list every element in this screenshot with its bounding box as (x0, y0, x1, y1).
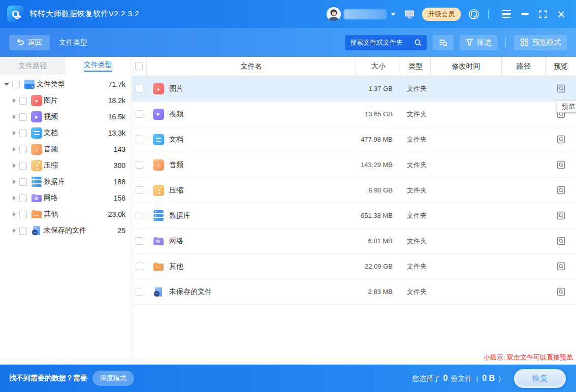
preview-button[interactable] (546, 262, 576, 271)
checkbox[interactable] (136, 85, 143, 92)
checkbox[interactable] (136, 263, 143, 270)
document-icon (31, 127, 42, 139)
checkbox[interactable] (19, 178, 27, 186)
checkbox[interactable] (19, 227, 27, 235)
file-name: 其他 (169, 262, 183, 271)
monitor-icon[interactable] (404, 9, 415, 19)
tree-item-documents[interactable]: 文档 13.3k (0, 125, 131, 141)
expand-arrow-icon[interactable] (13, 163, 16, 168)
preview-button[interactable] (546, 237, 576, 245)
collapse-arrow-icon[interactable] (4, 83, 9, 86)
expand-arrow-icon[interactable] (13, 147, 16, 152)
preview-button[interactable] (546, 135, 576, 144)
selection-prefix: 您选择了 (412, 374, 440, 382)
expand-arrow-icon[interactable] (13, 195, 16, 201)
network-icon: ⊕ (153, 236, 164, 247)
preview-mode-button[interactable]: 预览模式 (514, 35, 567, 50)
title-bar: Q 转转大师数据恢复软件V2.2.3.2 (0, 0, 576, 28)
table-row[interactable]: …其他22.09 GB文件夹 (132, 254, 576, 279)
preview-icon (557, 186, 565, 194)
tree-item-unsaved[interactable]: − 未保存的文件 25 (0, 222, 131, 239)
image-icon: ▲ (31, 95, 42, 106)
expand-arrow-icon[interactable] (13, 114, 16, 119)
deep-mode-button[interactable]: 深度模式 (92, 371, 134, 386)
preview-button[interactable] (546, 211, 576, 220)
preview-button[interactable] (546, 186, 576, 194)
checkbox[interactable] (19, 97, 27, 105)
header-size[interactable]: 大小 (356, 57, 401, 76)
checkbox[interactable] (19, 113, 27, 121)
close-button[interactable] (554, 7, 569, 22)
checkbox[interactable] (19, 211, 27, 218)
maximize-button[interactable] (535, 7, 551, 22)
user-caret-icon[interactable] (391, 13, 396, 16)
table-row[interactable]: 数据库651.38 MB文件夹 (132, 203, 576, 228)
checkbox[interactable] (136, 161, 143, 169)
search-box[interactable] (345, 35, 427, 50)
checkbox[interactable] (136, 288, 143, 296)
tab-file-path[interactable]: 文件路径 (0, 57, 66, 75)
menu-button[interactable] (499, 7, 514, 22)
tree-root[interactable]: 文件类型 71.7k (0, 76, 131, 92)
recover-button[interactable]: 恢复 (514, 369, 566, 388)
titlebar-right-group: 升级会员 (327, 7, 569, 22)
preview-button[interactable] (546, 84, 576, 93)
video-icon: ▶ (31, 111, 42, 122)
file-name: 压缩 (169, 186, 183, 195)
audio-icon: ♪ (31, 144, 42, 155)
search-icon[interactable] (414, 39, 422, 47)
filter-button[interactable]: 筛选 (460, 35, 497, 50)
checkbox[interactable] (136, 136, 143, 143)
expand-arrow-icon[interactable] (13, 228, 16, 233)
checkbox[interactable] (19, 194, 27, 202)
table-row[interactable]: ⊕网络6.81 MB文件夹 (132, 228, 576, 254)
expand-arrow-icon[interactable] (13, 98, 16, 103)
app-logo-icon: Q (7, 6, 24, 22)
checkbox[interactable] (136, 110, 143, 118)
table-row[interactable]: 压缩8.90 GB文件夹 (132, 178, 576, 203)
back-button[interactable]: 返回 (9, 35, 50, 50)
checkbox[interactable] (136, 212, 143, 219)
table-row[interactable]: ▶视频13.65 GB文件夹 (132, 102, 576, 127)
table-row[interactable]: ▲图片1.37 GB文件夹 (132, 76, 576, 102)
header-preview[interactable]: 预览 (546, 57, 576, 76)
header-mtime[interactable]: 修改时间 (431, 57, 502, 76)
expand-arrow-icon[interactable] (13, 130, 16, 136)
double-click-hint: 小提示: 双击文件可以直接预览 (484, 353, 573, 362)
tree-item-other[interactable]: … 其他 23.0k (0, 206, 131, 222)
header-type[interactable]: 类型 (401, 57, 431, 76)
avatar[interactable] (327, 7, 341, 21)
network-icon: ⊕ (31, 192, 42, 204)
table-row[interactable]: 文档477.98 MB文件夹 (132, 127, 576, 152)
support-headset-icon[interactable] (468, 8, 480, 20)
table-row[interactable]: ♪音频143.29 MB文件夹 (132, 152, 576, 178)
preview-button[interactable] (546, 287, 576, 296)
preview-button[interactable] (546, 160, 576, 169)
expand-arrow-icon[interactable] (13, 212, 16, 217)
expand-arrow-icon[interactable] (13, 179, 16, 184)
upgrade-membership-button[interactable]: 升级会员 (422, 8, 461, 21)
checkbox[interactable] (19, 162, 27, 170)
search-input[interactable] (350, 39, 414, 46)
header-name[interactable]: 文件名 (147, 57, 356, 76)
tree-item-databases[interactable]: 数据库 188 (0, 174, 131, 190)
checkbox[interactable] (136, 237, 143, 245)
tree-item-audio[interactable]: ♪ 音频 143 (0, 141, 131, 157)
tree-item-videos[interactable]: ▶ 视频 16.5k (0, 109, 131, 125)
file-size-cell: 2.83 MB (356, 288, 401, 296)
list-search-button[interactable] (433, 35, 454, 50)
tree-item-network[interactable]: ⊕ 网络 158 (0, 190, 131, 206)
checkbox[interactable] (19, 129, 27, 137)
tab-file-type[interactable]: 文件类型 (66, 57, 131, 75)
checkbox[interactable] (12, 81, 20, 88)
row-checkbox-cell (132, 161, 147, 169)
header-path[interactable]: 路径 (502, 57, 546, 76)
tree-item-images[interactable]: ▲ 图片 18.2k (0, 92, 131, 109)
checkbox[interactable] (136, 186, 143, 194)
select-all-checkbox[interactable] (135, 62, 143, 70)
tree-item-archives[interactable]: 压缩 300 (0, 157, 131, 174)
table-row[interactable]: −未保存的文件2.83 MB文件夹 (132, 279, 576, 305)
checkbox[interactable] (19, 146, 27, 153)
user-name-redacted[interactable] (344, 9, 387, 19)
minimize-button[interactable] (517, 7, 532, 22)
